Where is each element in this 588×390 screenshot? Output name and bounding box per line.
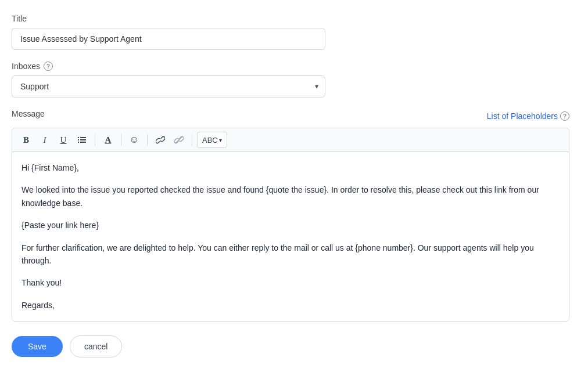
bold-button[interactable]: B xyxy=(18,132,34,148)
editor-toolbar: B I U A ☺ xyxy=(12,128,569,152)
footer-buttons: Save cancel xyxy=(12,335,576,358)
message-label: Message xyxy=(12,109,45,118)
message-editor: B I U A ☺ xyxy=(12,128,569,322)
editor-content-area[interactable]: Hi {First Name}, We looked into the issu… xyxy=(12,152,569,321)
title-input[interactable] xyxy=(12,28,325,50)
message-line-3: {Paste your link here} xyxy=(21,219,560,232)
svg-rect-1 xyxy=(80,137,86,138)
message-line-2: We looked into the issue you reported ch… xyxy=(21,183,560,210)
list-icon xyxy=(77,135,87,145)
svg-rect-4 xyxy=(78,142,79,143)
svg-line-6 xyxy=(175,136,182,143)
toolbar-divider-3 xyxy=(147,134,148,146)
svg-rect-2 xyxy=(78,139,79,140)
cancel-button[interactable]: cancel xyxy=(70,335,122,358)
svg-rect-3 xyxy=(80,139,86,140)
toolbar-divider-4 xyxy=(192,134,192,146)
svg-rect-0 xyxy=(78,137,79,138)
unlink-icon xyxy=(174,135,184,145)
inboxes-help-icon: ? xyxy=(44,62,53,71)
spellcheck-button[interactable]: ABC ▾ xyxy=(197,132,227,148)
toolbar-divider-1 xyxy=(95,134,95,146)
underline-button[interactable]: U xyxy=(55,132,71,148)
inboxes-section: Inboxes ? Support Email Live Chat ▾ xyxy=(12,62,576,98)
placeholders-help-icon: ? xyxy=(560,111,569,121)
save-button[interactable]: Save xyxy=(12,336,63,357)
inboxes-select[interactable]: Support Email Live Chat xyxy=(12,75,325,98)
message-section: Message List of Placeholders ? B I U xyxy=(12,109,576,322)
link-button[interactable] xyxy=(152,132,168,148)
message-line-4: For further clarification, we are deligh… xyxy=(21,241,560,268)
message-line-5: Thank you! xyxy=(21,276,560,289)
message-line-6: Regards, xyxy=(21,299,560,312)
italic-button[interactable]: I xyxy=(37,132,53,148)
toolbar-divider-2 xyxy=(121,134,121,146)
inboxes-label: Inboxes ? xyxy=(12,62,576,71)
list-button[interactable] xyxy=(74,132,90,148)
message-header: Message List of Placeholders ? xyxy=(12,109,569,123)
title-section: Title xyxy=(12,14,576,50)
title-label: Title xyxy=(12,14,576,23)
svg-rect-5 xyxy=(80,142,86,143)
list-of-placeholders-link[interactable]: List of Placeholders ? xyxy=(487,111,569,121)
font-color-button[interactable]: A xyxy=(100,132,116,148)
spellcheck-arrow-icon: ▾ xyxy=(219,137,222,143)
link-icon xyxy=(156,135,165,145)
inboxes-select-wrapper: Support Email Live Chat ▾ xyxy=(12,75,325,98)
message-line-1: Hi {First Name}, xyxy=(21,161,560,174)
unlink-button[interactable] xyxy=(171,132,187,148)
emoji-button[interactable]: ☺ xyxy=(126,132,142,148)
